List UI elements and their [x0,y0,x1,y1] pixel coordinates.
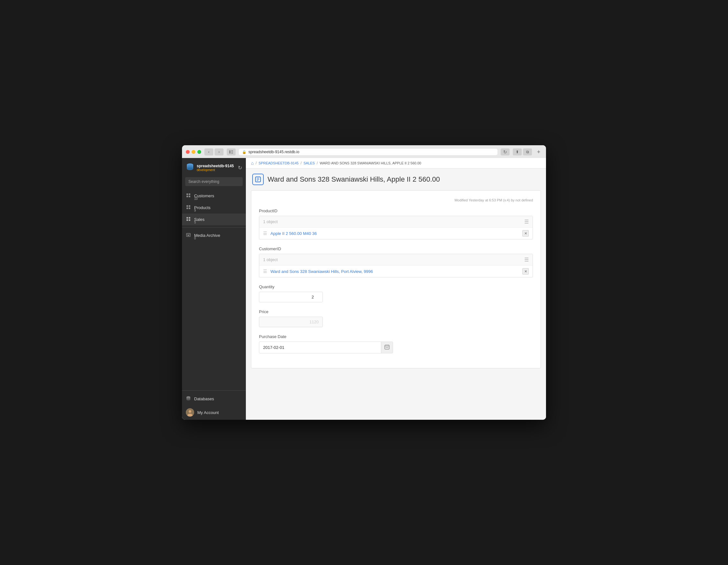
url-text: spreadsheetdb-9145.restdb.io [248,150,299,154]
nav-divider [182,227,246,228]
drag-handle-icon: ☰ [263,231,267,236]
sidebar-item-customers[interactable]: Customers 10 [182,190,246,202]
calendar-button[interactable] [381,342,393,353]
browser-actions: ⬆ ⧉ [513,148,532,155]
price-label: Price [259,309,533,314]
product-id-row-left: ☰ Apple II 2 560.00 M40 36 [263,231,317,236]
customer-id-link[interactable]: Ward and Sons 328 Swaniawski Hills, Port… [270,269,373,274]
new-window-button[interactable]: ⧉ [523,148,532,155]
table-icon-products [186,205,191,210]
svg-rect-22 [189,219,190,221]
table-icon-sales [186,217,191,222]
share-button[interactable]: ⬆ [513,148,522,155]
svg-rect-15 [186,205,188,207]
sidebar-item-sales[interactable]: Sales 5 [182,214,246,225]
search-placeholder: Search everything [188,179,219,184]
db-name: spreadsheetdb-9145 [197,164,234,168]
minimize-window-button[interactable] [192,150,195,154]
close-window-button[interactable] [186,150,190,154]
product-id-header: 1 object ☰ [259,216,533,228]
purchase-date-input[interactable] [259,343,381,352]
product-id-menu-icon[interactable]: ☰ [524,219,529,225]
sales-badge: 5 [194,221,196,224]
sidebar-toggle-button[interactable] [227,148,236,155]
lock-icon: 🔒 [242,150,246,154]
svg-rect-2 [231,152,233,152]
svg-rect-18 [189,207,190,209]
svg-rect-12 [189,193,190,195]
svg-rect-13 [186,196,188,197]
products-badge: 9 [194,209,196,212]
sidebar-item-databases[interactable]: Databases [182,393,246,405]
app-content: spreadsheetdb-9145 development ↻ Search … [182,158,546,420]
customer-id-placeholder: 1 object [263,257,278,262]
browser-nav-buttons: ‹ › [204,148,224,155]
sidebar-item-products[interactable]: Products 9 [182,202,246,214]
quantity-input[interactable] [259,292,323,302]
svg-point-10 [187,168,193,170]
breadcrumb-sep-2: / [300,161,301,165]
avatar [186,408,194,417]
products-label: Products [194,205,210,210]
product-id-field-group: ProductID 1 object ☰ ☰ Apple II 2 560.00… [259,208,533,239]
nav-section: Customers 10 Products [182,190,246,390]
database-logo-icon [186,162,194,173]
customer-id-row-left: ☰ Ward and Sons 328 Swaniawski Hills, Po… [263,269,373,274]
purchase-date-field-group: Purchase Date [259,334,533,353]
breadcrumb-sep-1: / [255,161,256,165]
main-content: ⌂ / SPREADSHEETDB-9145 / SALES / WARD AN… [246,158,546,420]
media-archive-label-wrap: Media Archive 0 [194,233,220,238]
svg-rect-3 [231,153,233,154]
browser-top-bar: ‹ › 🔒 spreadsheetdb-9145.restdb.io ↻ ⬆ ⧉ [186,148,542,155]
reload-button[interactable]: ↻ [501,148,510,155]
product-id-link[interactable]: Apple II 2 560.00 M40 36 [270,231,317,236]
breadcrumb-collection-link[interactable]: SALES [303,161,315,165]
media-archive-badge: 0 [194,237,196,240]
customer-id-label: CustomerID [259,246,533,251]
back-button[interactable]: ‹ [204,148,213,155]
home-icon[interactable]: ⌂ [251,161,254,166]
record-meta: Modified Yesterday at 6:53 PM (v.4) by n… [259,198,533,202]
forward-button[interactable]: › [215,148,224,155]
products-label-wrap: Products 9 [194,205,210,210]
customer-id-remove-button[interactable]: ✕ [522,268,529,275]
databases-label: Databases [194,396,214,401]
search-box[interactable]: Search everything [185,177,243,186]
breadcrumb: ⌂ / SPREADSHEETDB-9145 / SALES / WARD AN… [246,158,546,169]
record-card: Modified Yesterday at 6:53 PM (v.4) by n… [251,190,541,368]
svg-rect-46 [388,347,388,348]
product-id-placeholder: 1 object [263,219,278,224]
breadcrumb-current: WARD AND SONS 328 SWANIAWSKI HILLS, APPL… [320,161,421,165]
record-icon [252,174,264,185]
sidebar-header: spreadsheetdb-9145 development ↻ [182,158,246,177]
media-archive-label: Media Archive [194,233,220,238]
maximize-window-button[interactable] [197,150,201,154]
price-input[interactable] [259,317,323,327]
page-title: Ward and Sons 328 Swaniawski Hills, Appl… [268,175,440,184]
product-id-row: ☰ Apple II 2 560.00 M40 36 ✕ [259,228,533,239]
sidebar-refresh-button[interactable]: ↻ [238,165,242,171]
page-header: Ward and Sons 328 Swaniawski Hills, Appl… [246,169,546,190]
quantity-field-group: Quantity [259,284,533,302]
sidebar-item-media-archive[interactable]: Media Archive 0 [182,230,246,241]
breadcrumb-db-link[interactable]: SPREADSHEETDB-9145 [259,161,299,165]
sidebar-item-my-account[interactable]: My Account [182,405,246,420]
svg-rect-25 [187,235,189,236]
product-id-remove-button[interactable]: ✕ [522,230,529,237]
svg-rect-44 [386,347,386,348]
table-icon [186,193,191,199]
price-field-group: Price [259,309,533,327]
new-tab-button[interactable]: + [535,148,542,155]
sidebar: spreadsheetdb-9145 development ↻ Search … [182,158,246,420]
db-env: development [197,168,234,172]
product-id-container: 1 object ☰ ☰ Apple II 2 560.00 M40 36 ✕ [259,216,533,239]
svg-rect-0 [229,150,231,154]
customer-id-field-group: CustomerID 1 object ☰ ☰ Ward and Sons 32… [259,246,533,277]
address-bar[interactable]: 🔒 spreadsheetdb-9145.restdb.io [239,149,497,155]
purchase-date-label: Purchase Date [259,334,533,339]
svg-rect-40 [385,345,389,349]
svg-rect-45 [387,347,387,348]
svg-rect-17 [186,207,188,209]
product-id-label: ProductID [259,208,533,213]
customer-id-menu-icon[interactable]: ☰ [524,257,529,263]
